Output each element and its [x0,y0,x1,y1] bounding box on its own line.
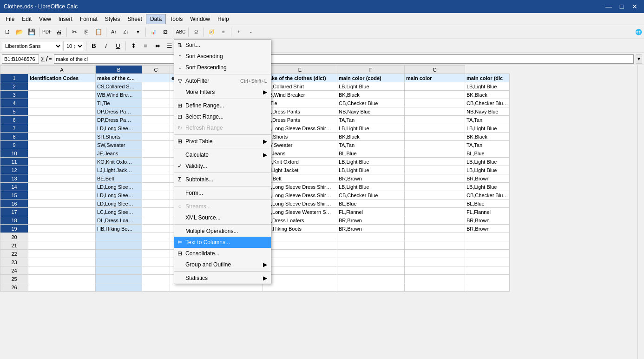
cell-3-1[interactable]: WB,Wind Bre… [96,91,142,99]
cell-13-5[interactable]: BR,Brown [337,174,405,183]
formula-expand[interactable]: ▼ [636,54,642,64]
cell-20-6[interactable] [405,233,465,241]
cell-5-4[interactable]: DP,Dress Pants [263,107,337,116]
cell-10-0[interactable] [28,149,96,158]
cell-6-0[interactable] [28,116,96,124]
cell-8-4[interactable]: SH,Shorts [263,133,337,141]
cell-8-2[interactable] [142,133,170,141]
cell-24-1[interactable] [96,266,142,275]
cell-10-1[interactable]: JE,Jeans [96,149,142,158]
menu-styles[interactable]: Styles [101,14,124,24]
menu-item-more-filters[interactable]: More Filters ▶ [174,86,271,98]
menu-item-statistics[interactable]: Statistics ▶ [174,273,271,284]
cell-14-1[interactable]: LD,Long Slee… [96,183,142,191]
cell-24-7[interactable] [465,266,510,275]
cell-18-5[interactable]: BR,Brown [337,216,405,225]
special-chars[interactable]: Ω [191,27,202,38]
cell-26-6[interactable] [405,283,465,292]
cell-21-0[interactable] [28,241,96,250]
cell-22-6[interactable] [405,250,465,258]
cell-2-1[interactable]: CS,Collared S… [96,82,142,91]
cell-24-5[interactable] [337,266,405,275]
cell-18-6[interactable] [405,216,465,225]
menu-sheet[interactable]: Sheet [124,14,146,24]
cell-21-2[interactable] [142,241,170,250]
cell-21-7[interactable] [465,241,510,250]
cell-23-4[interactable] [263,258,337,266]
cell-19-0[interactable] [28,225,96,233]
maximize-button[interactable]: □ [616,2,627,11]
cell-14-4[interactable]: LD,Long Sleeve Dress Shir… [263,183,337,191]
cell-11-2[interactable] [142,158,170,166]
cell-20-0[interactable] [28,233,96,241]
align-right[interactable]: ⬌ [152,40,163,52]
cell-25-2[interactable] [142,275,170,283]
cell-8-7[interactable]: BK,Black [465,133,510,141]
cell-12-5[interactable]: LB,Light Blue [337,166,405,174]
cell-22-1[interactable] [96,250,142,258]
menu-help[interactable]: Help [214,14,233,24]
cell-6-2[interactable] [142,116,170,124]
cell-5-6[interactable] [405,107,465,116]
insert-chart[interactable]: 📊 [148,27,159,38]
cell-21-1[interactable] [96,241,142,250]
cell-16-4[interactable]: LD,Long Sleeve Dress Shir… [263,199,337,208]
cell-16-2[interactable] [142,199,170,208]
menu-item-validity[interactable]: ✓ Validity... [174,160,271,172]
cell-20-1[interactable] [96,233,142,241]
col-header-g[interactable]: G [405,66,465,74]
cell-22-7[interactable] [465,250,510,258]
cell-19-1[interactable]: HB,Hiking Bo… [96,225,142,233]
cell-12-2[interactable] [142,166,170,174]
menu-item-define-range[interactable]: ⊞ Define Range... [174,100,271,111]
styles-panel[interactable]: ≡ [218,27,229,38]
cell-16-5[interactable]: BL,Blue [337,199,405,208]
menu-item-autofilter[interactable]: ▽ AutoFilter Ctrl+Shift+L [174,75,271,86]
cell-22-0[interactable] [28,250,96,258]
menu-item-consolidate[interactable]: ⊟ Consolidate... [174,248,271,259]
cell-23-5[interactable] [337,258,405,266]
cell-17-5[interactable]: FL,Flannel [337,208,405,216]
cell-4-1[interactable]: TI,Tie [96,99,142,107]
cell-25-1[interactable] [96,275,142,283]
menu-item-multiple-ops[interactable]: Multiple Operations... [174,226,271,237]
menu-item-sort-asc[interactable]: ↑ Sort Ascending [174,51,271,62]
cell-1-1[interactable]: make of the c… [96,74,142,82]
cell-24-6[interactable] [405,266,465,275]
col-header-c[interactable]: C [142,66,170,74]
cell-25-7[interactable] [465,275,510,283]
menu-view[interactable]: View [35,14,55,24]
open-button[interactable]: 📂 [14,27,25,38]
cell-10-4[interactable]: JE,Jeans [263,149,337,158]
cell-25-4[interactable] [263,275,337,283]
cell-9-1[interactable]: SW,Sweater [96,141,142,149]
menu-data[interactable]: Data [146,14,166,24]
cell-2-2[interactable] [142,82,170,91]
cell-14-2[interactable] [142,183,170,191]
cell-23-6[interactable] [405,258,465,266]
menu-file[interactable]: File [2,14,18,24]
cell-4-7[interactable]: CB,Checker Blu… [465,99,510,107]
cell-9-7[interactable]: TA,Tan [465,141,510,149]
cell-3-4[interactable]: WB,Wind Breaker [263,91,337,99]
cell-21-5[interactable] [337,241,405,250]
cell-21-4[interactable] [263,241,337,250]
cell-9-0[interactable] [28,141,96,149]
cell-15-4[interactable]: LD,Long Sleeve Dress Shir… [263,191,337,199]
cell-8-0[interactable] [28,133,96,141]
cell-14-5[interactable]: LB,Light Blue [337,183,405,191]
cell-7-4[interactable]: LD,Long Sleeve Dress Shir… [263,124,337,133]
col-header-b[interactable]: B [96,66,142,74]
print-button[interactable]: 🖨 [53,27,65,38]
save-button[interactable]: 💾 [26,27,37,38]
col-header-a[interactable]: A [28,66,96,74]
cell-4-6[interactable] [405,99,465,107]
menu-item-refresh-range[interactable]: ↻ Refresh Range [174,122,271,133]
font-select[interactable]: Liberation Sans [2,41,62,51]
cell-18-4[interactable]: DL,Dress Loafers [263,216,337,225]
cell-26-5[interactable] [337,283,405,292]
cell-6-1[interactable]: DP,Dress Pa… [96,116,142,124]
cell-26-3[interactable] [170,283,263,292]
cell-13-1[interactable]: BE,Belt [96,174,142,183]
menu-format[interactable]: Format [76,14,101,24]
